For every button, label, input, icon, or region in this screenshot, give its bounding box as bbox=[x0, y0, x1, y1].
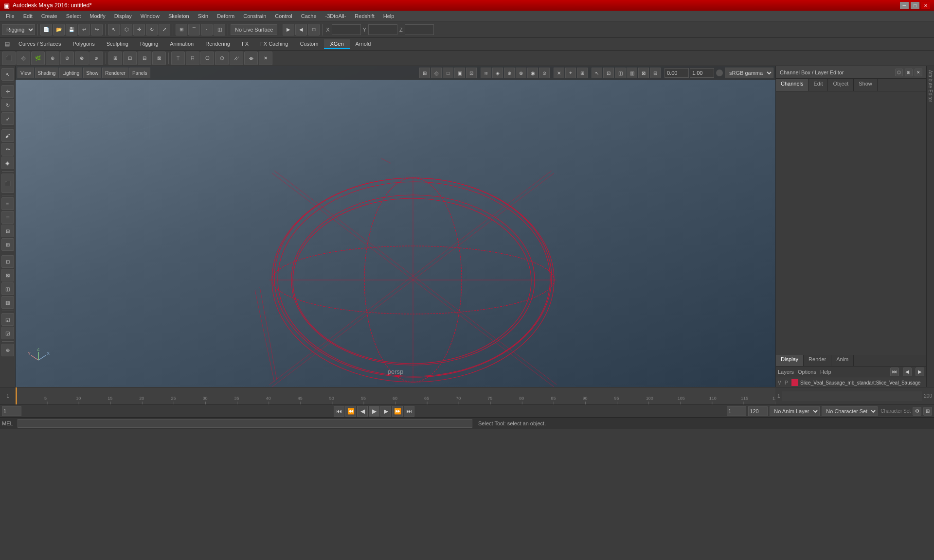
vp-shading-menu[interactable]: Shading bbox=[35, 68, 59, 78]
left-tool-bottom[interactable]: ⊕ bbox=[1, 344, 14, 356]
tab-fx-caching[interactable]: FX Caching bbox=[254, 39, 294, 49]
range-start-input[interactable] bbox=[727, 406, 746, 416]
menu-3dto[interactable]: -3DtoAll- bbox=[322, 12, 350, 20]
left-tool-a[interactable]: ≡ bbox=[1, 197, 14, 210]
icon-tool-8[interactable]: ⊡ bbox=[123, 52, 137, 65]
tab-polygons[interactable]: Polygons bbox=[67, 39, 100, 49]
coord-y-input[interactable] bbox=[368, 24, 397, 35]
icon-tool-15[interactable]: ⌭ bbox=[230, 52, 243, 65]
layers-fwd-btn[interactable]: ▶ bbox=[916, 368, 924, 376]
step-back-btn[interactable]: ⏪ bbox=[345, 406, 356, 417]
snap-curve-btn[interactable]: ⌒ bbox=[188, 24, 200, 35]
cb-tab-edit[interactable]: Edit bbox=[808, 79, 828, 91]
layers-rewind-btn[interactable]: ⏮ bbox=[890, 368, 899, 376]
undo-btn[interactable]: ↩ bbox=[78, 24, 90, 35]
layer-item[interactable]: V P Slice_Veal_Sausage_mb_standart:Slice… bbox=[776, 378, 926, 387]
live-surface-btn[interactable]: No Live Surface bbox=[231, 24, 277, 35]
vp-icon-4[interactable]: ▣ bbox=[454, 68, 465, 78]
coord-z-input[interactable] bbox=[405, 24, 434, 35]
vp-icon-7[interactable]: ◈ bbox=[492, 68, 503, 78]
menu-help[interactable]: Help bbox=[379, 12, 398, 20]
left-tool-i[interactable]: ◱ bbox=[1, 313, 14, 326]
left-tool-c[interactable]: ⊟ bbox=[1, 225, 14, 237]
left-tool-f[interactable]: ⊠ bbox=[1, 269, 14, 281]
layers-options[interactable]: Options bbox=[798, 369, 816, 375]
scale-tool-btn[interactable]: ⤢ bbox=[159, 24, 170, 35]
menu-create[interactable]: Create bbox=[37, 12, 61, 20]
vp-icon-14[interactable]: ⊞ bbox=[577, 68, 588, 78]
snap-point-btn[interactable]: · bbox=[201, 24, 213, 35]
move-tool[interactable]: ✛ bbox=[1, 85, 14, 98]
menu-skin[interactable]: Skin bbox=[194, 12, 212, 20]
menu-display[interactable]: Display bbox=[110, 12, 136, 20]
prev-frame-btn[interactable]: ◀ bbox=[357, 406, 368, 417]
icon-tool-6[interactable]: ⌀ bbox=[90, 52, 103, 65]
cb-tab-show[interactable]: Show bbox=[854, 79, 878, 91]
rotate-tool-btn[interactable]: ↻ bbox=[146, 24, 158, 35]
left-tool-d[interactable]: ⊞ bbox=[1, 238, 14, 251]
vp-icon-16[interactable]: ⊡ bbox=[603, 68, 614, 78]
icon-tool-3[interactable]: ⊕ bbox=[46, 52, 59, 65]
rigging-dropdown[interactable]: Rigging bbox=[2, 24, 35, 35]
layers-menu[interactable]: Layers bbox=[778, 369, 794, 375]
tab-curves-surfaces[interactable]: Curves / Surfaces bbox=[13, 39, 67, 49]
vp-icon-10[interactable]: ◉ bbox=[527, 68, 538, 78]
select-tool[interactable]: ↖ bbox=[1, 68, 14, 81]
select-tool-btn[interactable]: ↖ bbox=[108, 24, 120, 35]
menu-select[interactable]: Select bbox=[62, 12, 85, 20]
vp-panels-menu[interactable]: Panels bbox=[129, 68, 150, 78]
lasso-tool-btn[interactable]: ⬡ bbox=[121, 24, 132, 35]
current-frame-input[interactable] bbox=[2, 406, 21, 416]
color-profile-select[interactable]: sRGB gamma bbox=[725, 68, 773, 78]
left-tool-e[interactable]: ⊡ bbox=[1, 255, 14, 268]
timeline-ruler[interactable] bbox=[16, 387, 775, 404]
panel-detach-btn[interactable]: ⬡ bbox=[895, 69, 903, 76]
icon-tool-5[interactable]: ⊗ bbox=[75, 52, 89, 65]
tab-rendering[interactable]: Rendering bbox=[199, 39, 236, 49]
vp-icon-20[interactable]: ⊟ bbox=[650, 68, 661, 78]
snap-grid-btn[interactable]: ⊞ bbox=[176, 24, 187, 35]
view-cube-btn[interactable]: ⬛ bbox=[1, 174, 14, 193]
vp-icon-3[interactable]: □ bbox=[443, 68, 453, 78]
play-btn[interactable]: ▶ bbox=[369, 406, 379, 417]
char-set-select[interactable]: No Character Set bbox=[822, 406, 878, 416]
vp-icon-12[interactable]: ✕ bbox=[554, 68, 564, 78]
menu-cache[interactable]: Cache bbox=[297, 12, 321, 20]
step-fwd-btn[interactable]: ⏩ bbox=[392, 406, 403, 417]
vp-icon-17[interactable]: ◫ bbox=[615, 68, 626, 78]
play-rewind-btn[interactable]: ⏮ bbox=[334, 406, 344, 417]
menu-constrain[interactable]: Constrain bbox=[239, 12, 270, 20]
redo-btn[interactable]: ↪ bbox=[91, 24, 103, 35]
near-clip-input[interactable] bbox=[665, 68, 689, 78]
sculpt-tool[interactable]: ✏ bbox=[1, 143, 14, 156]
layers-help[interactable]: Help bbox=[820, 369, 831, 375]
timeline-minibar[interactable] bbox=[782, 391, 922, 401]
icon-tool-13[interactable]: ⎔ bbox=[200, 52, 214, 65]
vp-icon-6[interactable]: ≋ bbox=[481, 68, 491, 78]
save-file-btn[interactable]: 💾 bbox=[66, 24, 77, 35]
viewport[interactable]: View Shading Lighting Show Renderer Pane… bbox=[16, 66, 775, 387]
open-file-btn[interactable]: 📂 bbox=[53, 24, 65, 35]
tab-fx[interactable]: FX bbox=[236, 39, 254, 49]
icon-tool-4[interactable]: ⊘ bbox=[60, 52, 74, 65]
anim-prefs-btn[interactable]: ⊞ bbox=[923, 407, 932, 416]
move-tool-btn[interactable]: ✛ bbox=[133, 24, 145, 35]
vp-icon-13[interactable]: ⌖ bbox=[565, 68, 576, 78]
icon-tool-12[interactable]: ⌸ bbox=[186, 52, 199, 65]
cb-tab-channels[interactable]: Channels bbox=[776, 79, 808, 91]
rotate-tool[interactable]: ↻ bbox=[1, 99, 14, 111]
vp-icon-18[interactable]: ▥ bbox=[627, 68, 637, 78]
left-tool-j[interactable]: ◲ bbox=[1, 327, 14, 339]
vp-icon-5[interactable]: ⊡ bbox=[466, 68, 477, 78]
menu-deform[interactable]: Deform bbox=[213, 12, 238, 20]
anim-layer-select[interactable]: No Anim Layer bbox=[770, 406, 820, 416]
scale-tool[interactable]: ⤢ bbox=[1, 112, 14, 125]
vp-icon-8[interactable]: ⊕ bbox=[504, 68, 515, 78]
icon-tool-9[interactable]: ⊟ bbox=[138, 52, 151, 65]
tab-custom[interactable]: Custom bbox=[294, 39, 324, 49]
icon-tool-1[interactable]: ◎ bbox=[17, 52, 30, 65]
left-tool-b[interactable]: ≣ bbox=[1, 211, 14, 224]
snap-surface-btn[interactable]: ◫ bbox=[214, 24, 225, 35]
next-frame-btn[interactable]: ▶ bbox=[380, 406, 391, 417]
icon-tool-16[interactable]: ⌯ bbox=[244, 52, 258, 65]
